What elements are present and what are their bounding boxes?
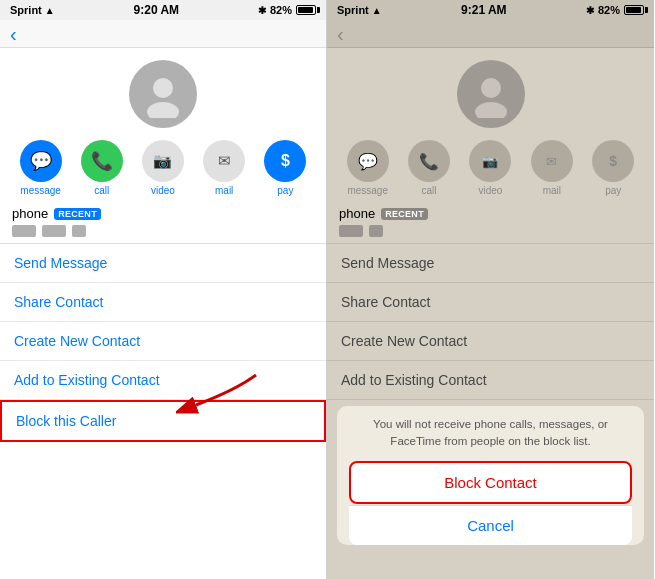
status-bar-left: Sprint ▲ 9:20 AM ✱ 82% (0, 0, 326, 20)
carrier-left: Sprint (10, 4, 42, 16)
status-right-right: ✱ 82% (586, 4, 644, 16)
avatar-svg-left (139, 70, 187, 118)
action-video-right: 📷 video (464, 140, 516, 196)
nav-bar-right: ‹ (327, 20, 654, 48)
action-row-left: 💬 message 📞 call 📷 video ✉ mail $ pay (0, 136, 326, 202)
phone-number-row-right (327, 223, 654, 243)
right-phone-screen: Sprint ▲ 9:21 AM ✱ 82% ‹ 💬 message 📞 ca (327, 0, 654, 579)
phone-label-row-left: phone RECENT (0, 202, 326, 223)
avatar-section-left (0, 48, 326, 136)
video-icon-right: 📷 (469, 140, 511, 182)
menu-section-left: Send Message Share Contact Create New Co… (0, 243, 326, 579)
phone-label-right: phone (339, 206, 375, 221)
phone-number-block2-left (42, 225, 66, 237)
call-icon-right: 📞 (408, 140, 450, 182)
menu-share-contact-right: Share Contact (327, 283, 654, 322)
red-arrow-annotation (176, 370, 266, 420)
svg-point-0 (153, 78, 173, 98)
back-button-left[interactable]: ‹ (10, 24, 17, 44)
pay-icon-right: $ (592, 140, 634, 182)
call-label-right: call (422, 185, 437, 196)
video-icon-left: 📷 (142, 140, 184, 182)
call-icon-left: 📞 (81, 140, 123, 182)
menu-create-contact-left[interactable]: Create New Contact (0, 322, 326, 361)
phone-label-left: phone (12, 206, 48, 221)
block-caller-container: Block this Caller (0, 400, 326, 442)
phone-number-block1-left (12, 225, 36, 237)
carrier-right: Sprint (337, 4, 369, 16)
status-right-left: ✱ 82% (258, 4, 316, 16)
wifi-icon-left: ▲ (45, 5, 55, 16)
message-label-left: message (20, 185, 61, 196)
action-row-right: 💬 message 📞 call 📷 video ✉ mail $ pay (327, 136, 654, 202)
phone-number-block3-left (72, 225, 86, 237)
battery-text-right: 82% (598, 4, 620, 16)
bluetooth-icon-right: ✱ (586, 5, 594, 16)
menu-send-message-left[interactable]: Send Message (0, 244, 326, 283)
recent-badge-left: RECENT (54, 208, 101, 220)
confirm-panel: You will not receive phone calls, messag… (337, 406, 644, 545)
status-left-right: Sprint ▲ (337, 4, 382, 16)
svg-point-4 (475, 102, 507, 118)
pay-icon-left: $ (264, 140, 306, 182)
mail-icon-right: ✉ (531, 140, 573, 182)
wifi-icon-right: ▲ (372, 5, 382, 16)
action-video-left[interactable]: 📷 video (137, 140, 189, 196)
pay-label-right: pay (605, 185, 621, 196)
video-label-left: video (151, 185, 175, 196)
message-icon-right: 💬 (347, 140, 389, 182)
menu-add-existing-right: Add to Existing Contact (327, 361, 654, 400)
avatar-section-right (327, 48, 654, 136)
time-left: 9:20 AM (134, 3, 180, 17)
svg-point-1 (147, 102, 179, 118)
message-label-right: message (347, 185, 388, 196)
battery-icon-left (296, 5, 316, 15)
bluetooth-icon-left: ✱ (258, 5, 266, 16)
menu-share-contact-left[interactable]: Share Contact (0, 283, 326, 322)
action-call-left[interactable]: 📞 call (76, 140, 128, 196)
nav-bar-left: ‹ (0, 20, 326, 48)
status-left: Sprint ▲ (10, 4, 55, 16)
menu-section-right: Send Message Share Contact Create New Co… (327, 243, 654, 579)
time-right: 9:21 AM (461, 3, 507, 17)
battery-text-left: 82% (270, 4, 292, 16)
phone-number-block2-right (369, 225, 383, 237)
cancel-button[interactable]: Cancel (349, 505, 632, 545)
pay-label-left: pay (277, 185, 293, 196)
mail-label-left: mail (215, 185, 233, 196)
mail-icon-left: ✉ (203, 140, 245, 182)
recent-badge-right: RECENT (381, 208, 428, 220)
action-pay-left[interactable]: $ pay (259, 140, 311, 196)
battery-icon-right (624, 5, 644, 15)
menu-add-existing-left[interactable]: Add to Existing Contact (0, 361, 326, 400)
message-icon-left: 💬 (20, 140, 62, 182)
phone-label-row-right: phone RECENT (327, 202, 654, 223)
svg-point-3 (481, 78, 501, 98)
action-mail-left[interactable]: ✉ mail (198, 140, 250, 196)
block-caller-item-left[interactable]: Block this Caller (0, 400, 326, 442)
action-message-right: 💬 message (342, 140, 394, 196)
call-label-left: call (94, 185, 109, 196)
avatar-svg-right (467, 70, 515, 118)
action-call-right: 📞 call (403, 140, 455, 196)
block-contact-button[interactable]: Block Contact (349, 461, 632, 504)
menu-send-message-right: Send Message (327, 244, 654, 283)
action-mail-right: ✉ mail (526, 140, 578, 196)
status-bar-right: Sprint ▲ 9:21 AM ✱ 82% (327, 0, 654, 20)
phone-number-block1-right (339, 225, 363, 237)
action-pay-right: $ pay (587, 140, 639, 196)
confirm-text: You will not receive phone calls, messag… (349, 416, 632, 451)
avatar-right (457, 60, 525, 128)
left-phone-screen: Sprint ▲ 9:20 AM ✱ 82% ‹ 💬 message 📞 (0, 0, 327, 579)
avatar-left (129, 60, 197, 128)
mail-label-right: mail (543, 185, 561, 196)
menu-create-contact-right: Create New Contact (327, 322, 654, 361)
video-label-right: video (479, 185, 503, 196)
phone-number-row-left (0, 223, 326, 243)
back-button-right[interactable]: ‹ (337, 24, 344, 44)
action-message-left[interactable]: 💬 message (15, 140, 67, 196)
